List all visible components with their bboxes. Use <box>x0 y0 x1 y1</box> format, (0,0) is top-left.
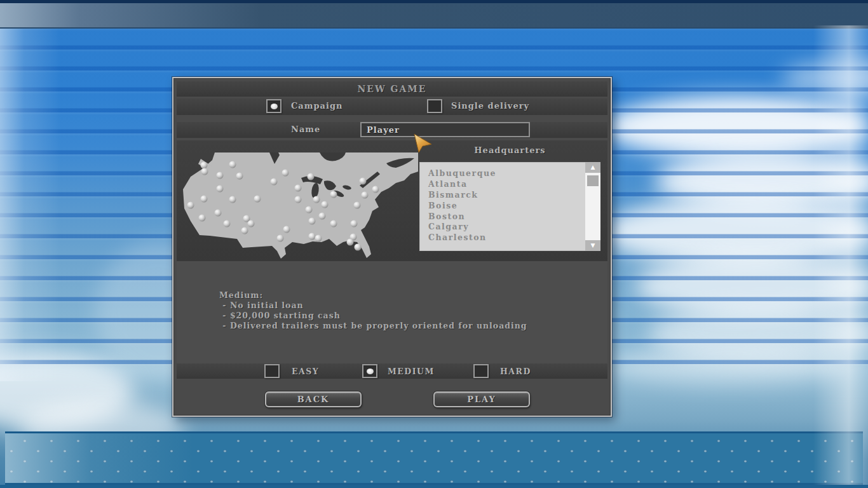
checkbox-dot-icon <box>271 104 278 109</box>
city-marker[interactable] <box>224 220 231 227</box>
city-marker[interactable] <box>217 172 224 179</box>
easy-label: EASY <box>292 365 319 379</box>
city-marker[interactable] <box>254 196 261 203</box>
city-marker[interactable] <box>360 178 367 185</box>
city-marker[interactable] <box>313 196 320 203</box>
city-marker[interactable] <box>201 196 208 203</box>
riveted-bottom-panel <box>5 431 863 485</box>
city-marker[interactable] <box>282 170 289 177</box>
name-row: Name <box>177 122 607 138</box>
hard-label: HARD <box>500 365 531 379</box>
hard-checkbox[interactable] <box>473 364 489 378</box>
list-item-city[interactable]: Atlanta <box>419 179 585 189</box>
headquarters-list[interactable]: AlbuquerqueAtlantaBismarckBoiseBostonCal… <box>419 162 600 251</box>
scrollbar-thumb[interactable] <box>587 175 599 186</box>
city-marker[interactable] <box>201 162 208 169</box>
city-marker[interactable] <box>362 192 369 199</box>
difficulty-description-heading: Medium: <box>219 290 527 301</box>
city-marker[interactable] <box>319 213 326 220</box>
mouse-cursor-icon <box>413 133 435 155</box>
medium-checkbox[interactable] <box>362 364 377 378</box>
city-marker[interactable] <box>309 218 316 225</box>
campaign-label: Campaign <box>291 99 343 113</box>
map-landmass <box>183 152 418 259</box>
city-marker[interactable] <box>229 161 236 168</box>
city-marker[interactable] <box>315 235 322 242</box>
difficulty-description-line: - $20,000 starting cash <box>219 311 527 321</box>
usa-map <box>177 152 418 259</box>
headquarters-label: Headquarters <box>419 146 600 155</box>
dialog-title-bar: NEW GAME <box>177 81 607 97</box>
city-marker[interactable] <box>248 220 255 227</box>
checkbox-dot-icon <box>367 369 374 374</box>
dialog-title: NEW GAME <box>357 84 426 94</box>
city-marker[interactable] <box>271 179 278 186</box>
city-marker[interactable] <box>217 186 224 193</box>
play-button[interactable]: PLAY <box>433 391 530 407</box>
city-marker[interactable] <box>187 202 194 209</box>
city-marker[interactable] <box>241 227 248 234</box>
medium-label: MEDIUM <box>388 365 435 379</box>
light-streak-left <box>0 3 60 381</box>
city-marker[interactable] <box>354 202 361 209</box>
city-marker[interactable] <box>351 220 358 227</box>
single-delivery-checkbox[interactable] <box>427 99 442 113</box>
city-marker[interactable] <box>229 196 236 203</box>
difficulty-description-line: - Delivered trailers must be properly or… <box>219 321 527 331</box>
city-marker[interactable] <box>355 244 362 251</box>
city-marker[interactable] <box>309 233 316 240</box>
back-button[interactable]: BACK <box>265 391 362 407</box>
list-item-city[interactable]: Calgary <box>419 221 585 232</box>
bottom-divider <box>0 485 868 488</box>
city-marker[interactable] <box>330 220 337 227</box>
map-and-headquarters-panel: Headquarters <box>177 140 607 261</box>
city-marker[interactable] <box>199 215 206 222</box>
city-marker[interactable] <box>347 239 354 246</box>
city-marker[interactable] <box>283 226 290 233</box>
top-slate-bar <box>0 3 868 29</box>
list-item-city[interactable]: Boston <box>419 211 585 222</box>
list-item-city[interactable]: Boise <box>419 200 585 211</box>
campaign-checkbox[interactable] <box>266 99 281 113</box>
single-delivery-label: Single delivery <box>451 99 529 113</box>
difficulty-description-lines: - No initial loan - $20,000 starting cas… <box>219 301 527 331</box>
game-mode-row: Campaign Single delivery <box>177 98 607 115</box>
city-marker[interactable] <box>322 201 329 208</box>
difficulty-description-line: - No initial loan <box>219 301 527 311</box>
name-label: Name <box>291 123 320 137</box>
city-marker[interactable] <box>372 186 379 193</box>
name-input[interactable] <box>360 122 530 137</box>
list-item-city[interactable]: Bismarck <box>419 189 585 200</box>
city-marker[interactable] <box>236 173 243 180</box>
new-game-dialog: NEW GAME Campaign Single delivery Name H… <box>172 77 612 417</box>
headquarters-list-items: AlbuquerqueAtlantaBismarckBoiseBostonCal… <box>419 162 585 251</box>
screen: NEW GAME Campaign Single delivery Name H… <box>0 0 868 488</box>
list-item-city[interactable]: Albuquerque <box>419 168 585 179</box>
headquarters-scrollbar[interactable]: ▲ ▼ <box>585 162 600 251</box>
city-marker[interactable] <box>330 191 337 198</box>
city-marker[interactable] <box>295 185 302 192</box>
city-marker[interactable] <box>295 196 302 203</box>
city-marker[interactable] <box>277 235 284 242</box>
city-marker[interactable] <box>306 207 313 214</box>
scroll-up-button[interactable]: ▲ <box>585 162 600 173</box>
difficulty-description: Medium: - No initial loan - $20,000 star… <box>219 290 527 331</box>
difficulty-description-area: Medium: - No initial loan - $20,000 star… <box>177 261 607 363</box>
scroll-down-button[interactable]: ▼ <box>585 240 600 251</box>
city-marker[interactable] <box>215 210 222 217</box>
easy-checkbox[interactable] <box>264 364 280 378</box>
difficulty-row: EASY MEDIUM HARD <box>177 363 607 379</box>
city-marker[interactable] <box>308 173 315 180</box>
city-marker[interactable] <box>201 168 208 175</box>
light-streak-right <box>813 25 868 485</box>
list-item-city[interactable]: Charleston <box>419 232 585 243</box>
